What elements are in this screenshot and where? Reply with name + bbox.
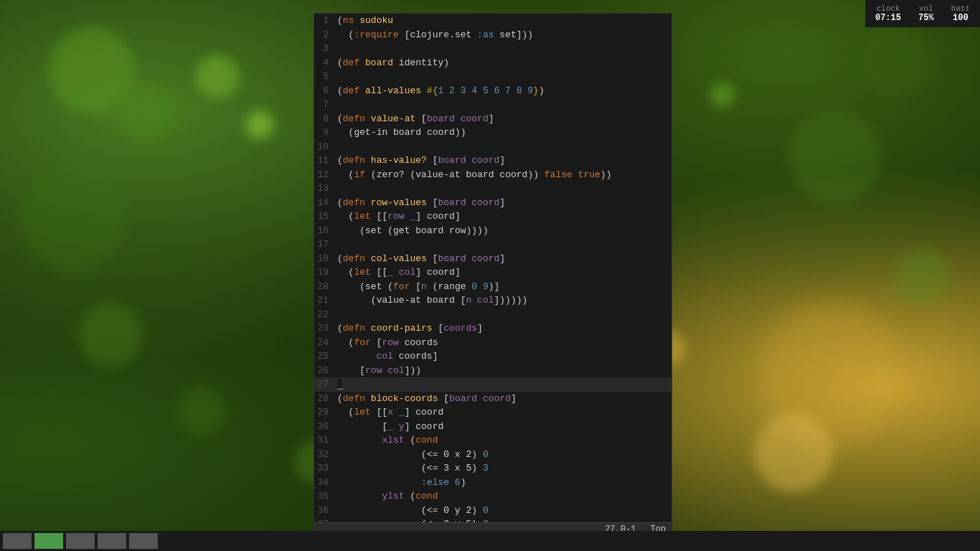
taskbar <box>0 531 980 551</box>
table-row: 34 :else 6) <box>314 476 672 490</box>
vol-label: vol <box>919 4 933 13</box>
clock-value: 07:15 <box>875 13 901 23</box>
taskbar-button-2[interactable] <box>34 533 63 549</box>
table-row: 8 (defn value-at [board coord] <box>314 112 672 126</box>
table-row: 12 (if (zero? (value-at board coord)) fa… <box>314 168 672 182</box>
table-row: 4 (def board identity) <box>314 56 672 70</box>
batt-label: batt <box>951 4 970 13</box>
table-row: 27 █ <box>314 377 672 392</box>
table-row: 24 (for [row coords <box>314 336 672 350</box>
batt-value: 100 <box>953 13 969 23</box>
table-row: 1 (ns sudoku <box>314 14 672 28</box>
table-row: 17 <box>314 237 672 252</box>
table-row: 11 (defn has-value? [board coord] <box>314 154 672 168</box>
table-row: 32 (<= 0 x 2) 0 <box>314 448 672 462</box>
code-table: 1 (ns sudoku 2 (:require [clojure.set :a… <box>314 14 672 522</box>
table-row: 22 <box>314 308 672 322</box>
table-row: 35 ylst (cond <box>314 489 672 504</box>
table-row: 23 (defn coord-pairs [coords] <box>314 321 672 336</box>
table-row: 15 (let [[row _] coord] <box>314 209 672 224</box>
table-row: 33 (<= 3 x 5) 3 <box>314 461 672 476</box>
clock-label: clock <box>876 4 900 13</box>
vol-value: 75% <box>918 13 934 23</box>
taskbar-button-3[interactable] <box>66 533 95 549</box>
editor-content[interactable]: 1 (ns sudoku 2 (:require [clojure.set :a… <box>314 14 672 522</box>
table-row: 21 (value-at board [n col]))))) <box>314 293 672 308</box>
table-row: 3 <box>314 42 672 56</box>
table-row: 9 (get-in board coord)) <box>314 126 672 140</box>
table-row: 2 (:require [clojure.set :as set])) <box>314 28 672 42</box>
batt-widget: batt 100 <box>951 4 970 23</box>
table-row: 13 <box>314 182 672 196</box>
table-row: 28 (defn block-coords [board coord] <box>314 392 672 406</box>
vol-widget: vol 75% <box>918 4 934 23</box>
table-row: 31 xlst (cond <box>314 433 672 448</box>
table-row: 18 (defn col-values [board coord] <box>314 252 672 266</box>
table-row: 5 <box>314 70 672 84</box>
system-bar: clock 07:15 vol 75% batt 100 <box>865 0 980 27</box>
taskbar-button-4[interactable] <box>98 533 126 549</box>
table-row: 29 (let [[x _] coord <box>314 405 672 420</box>
table-row: 10 <box>314 140 672 154</box>
table-row: 6 (def all-values #{1 2 3 4 5 6 7 8 9}) <box>314 84 672 98</box>
table-row: 14 (defn row-values [board coord] <box>314 196 672 210</box>
clock-widget: clock 07:15 <box>875 4 901 23</box>
table-row: 20 (set (for [n (range 0 9)] <box>314 280 672 294</box>
table-row: 26 [row col])) <box>314 364 672 378</box>
table-row: 25 col coords] <box>314 349 672 364</box>
taskbar-button-1[interactable] <box>3 533 32 549</box>
table-row: 16 (set (get board row)))) <box>314 224 672 238</box>
taskbar-button-5[interactable] <box>129 533 158 549</box>
table-row: 19 (let [[_ col] coord] <box>314 265 672 280</box>
table-row: 7 <box>314 98 672 112</box>
table-row: 30 [_ y] coord <box>314 420 672 434</box>
table-row: 37 (<= 3 y 5) 3 <box>314 517 672 522</box>
table-row: 36 (<= 0 y 2) 0 <box>314 504 672 518</box>
editor-window: 1 (ns sudoku 2 (:require [clojure.set :a… <box>314 13 672 537</box>
